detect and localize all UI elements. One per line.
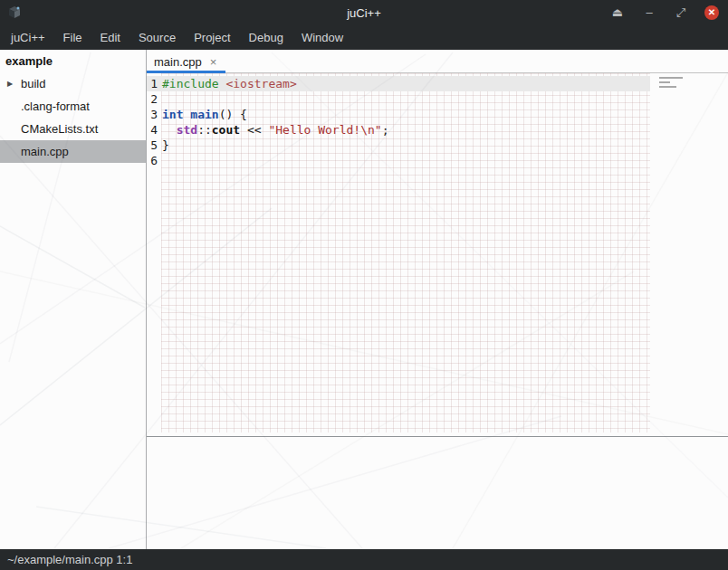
tabbar: main.cpp ×	[147, 50, 728, 73]
code-line-3[interactable]: 3int main() {	[147, 107, 650, 122]
minimap	[659, 77, 686, 90]
expander-icon[interactable]: ▶	[7, 72, 13, 95]
menu-file[interactable]: File	[54, 27, 91, 48]
menubar: juCi++FileEditSourceProjectDebugWindow	[0, 25, 728, 50]
keep-above-icon[interactable]: ⏏	[609, 5, 626, 21]
content-area: example ▶build.clang-formatCMakeLists.tx…	[0, 50, 728, 549]
maximize-icon[interactable]: ⤢	[673, 5, 689, 21]
sidebar-item-label: main.cpp	[21, 145, 69, 158]
code-text: }	[162, 138, 169, 153]
code-line-5[interactable]: 5}	[147, 138, 650, 153]
titlebar: juCi++ ⏏ – ⤢ ✕	[0, 0, 728, 25]
close-icon[interactable]: ✕	[704, 5, 719, 20]
sidebar-item--clang-format[interactable]: .clang-format	[0, 95, 146, 118]
line-number: 4	[147, 122, 158, 138]
code-line-6[interactable]: 6	[147, 153, 650, 168]
line-number: 2	[147, 91, 158, 107]
file-tree: ▶build.clang-formatCMakeLists.txtmain.cp…	[0, 72, 146, 163]
code-line-2[interactable]: 2	[147, 91, 650, 107]
project-root-label[interactable]: example	[0, 50, 146, 72]
bottom-panel	[147, 437, 728, 549]
sidebar-item-label: CMakeLists.txt	[21, 122, 98, 136]
menu-edit[interactable]: Edit	[91, 27, 129, 48]
line-number: 3	[147, 107, 158, 122]
menu-debug[interactable]: Debug	[240, 27, 292, 48]
code-editor[interactable]: 1#include <iostream>23int main() {4 std:…	[147, 73, 728, 436]
minimap-line	[659, 81, 670, 83]
minimap-line	[659, 86, 676, 88]
code-line-1[interactable]: 1#include <iostream>	[147, 76, 650, 91]
minimap-line	[659, 77, 683, 79]
line-number: 5	[147, 138, 158, 153]
sidebar-item-label: build	[21, 77, 45, 90]
sidebar-item-cmakelists-txt[interactable]: CMakeLists.txt	[0, 118, 146, 140]
menu-source[interactable]: Source	[129, 27, 185, 48]
tab-main-cpp[interactable]: main.cpp ×	[147, 50, 225, 73]
line-number: 1	[147, 76, 158, 91]
tab-close-icon[interactable]: ×	[210, 55, 217, 69]
code-text: #include <iostream>	[162, 76, 297, 91]
sidebar-item-build[interactable]: ▶build	[0, 72, 146, 95]
code-lines: 1#include <iostream>23int main() {4 std:…	[147, 73, 728, 168]
sidebar-item-label: .clang-format	[21, 100, 90, 113]
sidebar-item-main-cpp[interactable]: main.cpp	[0, 140, 146, 163]
code-line-4[interactable]: 4 std::cout << "Hello World!\n";	[147, 122, 650, 138]
tab-label: main.cpp	[154, 55, 202, 69]
minimize-icon[interactable]: –	[641, 5, 657, 21]
code-text: int main() {	[162, 107, 247, 122]
app-window: juCi++ ⏏ – ⤢ ✕ juCi++FileEditSourceProje…	[0, 0, 728, 570]
editor-pane: main.cpp × 1#include <iostream>23int mai…	[147, 50, 728, 549]
file-tree-sidebar: example ▶build.clang-formatCMakeLists.tx…	[0, 50, 147, 549]
code-text: std::cout << "Hello World!\n";	[162, 122, 388, 138]
menu-project[interactable]: Project	[185, 27, 239, 48]
menu-juci[interactable]: juCi++	[2, 27, 54, 48]
window-controls: ⏏ – ⤢ ✕	[609, 0, 719, 25]
line-number: 6	[147, 153, 158, 168]
menu-window[interactable]: Window	[292, 27, 352, 48]
statusbar: ~/example/main.cpp 1:1	[0, 549, 728, 570]
